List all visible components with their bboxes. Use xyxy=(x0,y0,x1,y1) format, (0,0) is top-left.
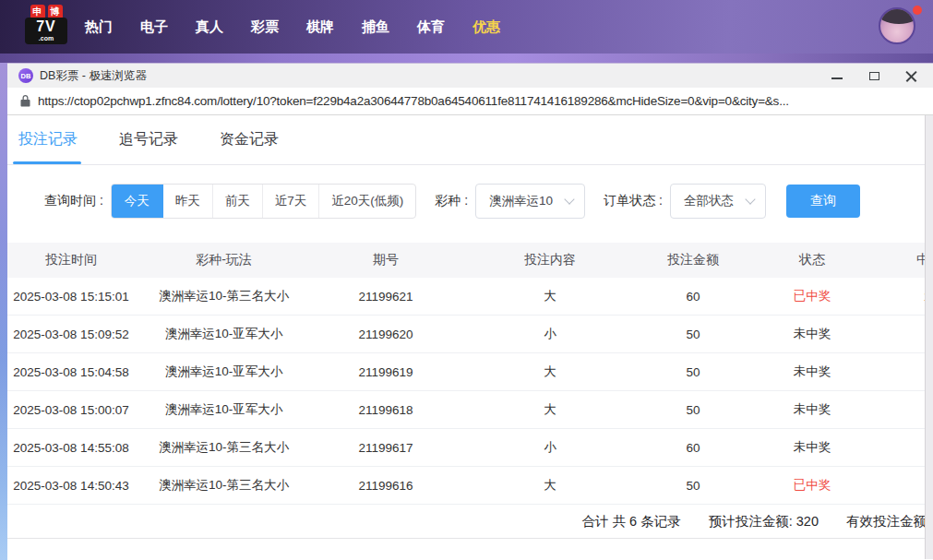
col-game-play: 彩种-玩法 xyxy=(135,252,313,268)
cell-status: 已中奖 xyxy=(745,477,879,494)
nav-item-slots[interactable]: 电子 xyxy=(140,18,168,36)
nav-item-promo[interactable]: 优惠 xyxy=(472,18,500,36)
cell-game-play: 澳洲幸运10-第三名大小 xyxy=(135,477,313,494)
tab-chase-records[interactable]: 追号记录 xyxy=(119,130,178,149)
cell-game-play: 澳洲幸运10-亚军大小 xyxy=(135,363,313,380)
cell-bet-time: 2025-03-08 15:15:01 xyxy=(7,290,135,304)
cell-status: 已中奖 xyxy=(745,288,879,304)
chevron-down-icon xyxy=(745,194,755,204)
cell-bet-content: 小 xyxy=(459,326,641,342)
table-row[interactable]: 2025-03-08 15:09:52 澳洲幸运10-亚军大小 21199620… xyxy=(7,316,933,353)
time-option-daybefore[interactable]: 前天 xyxy=(212,185,262,218)
address-bar[interactable]: https://ctop02pchwp1.zfnc84.com/lottery/… xyxy=(7,88,933,115)
page-background-band xyxy=(0,54,933,63)
col-issue: 期号 xyxy=(313,252,459,268)
cell-status: 未中奖 xyxy=(745,326,879,342)
site-top-nav: 申 博 7V .com 热门 电子 真人 彩票 棋牌 捕鱼 体育 优惠 xyxy=(0,0,933,54)
cell-bet-time: 2025-03-08 14:50:43 xyxy=(7,479,135,493)
cell-bet-amount: 60 xyxy=(641,441,745,455)
page-background-strip xyxy=(0,63,7,560)
cell-bet-amount: 50 xyxy=(641,403,745,417)
cell-bet-time: 2025-03-08 15:09:52 xyxy=(7,328,135,341)
cell-bet-time: 2025-03-08 15:00:07 xyxy=(7,403,135,417)
logo-main-text: 7V xyxy=(25,19,67,34)
active-tab-underline xyxy=(13,161,81,164)
page-content: 投注记录 追号记录 资金记录 查询时间 : 今天 昨天 前天 近7天 近20天(… xyxy=(7,115,933,559)
logo-suffix-text: .com xyxy=(25,35,67,42)
table-row[interactable]: 2025-03-08 15:15:01 澳洲幸运10-第三名大小 2119962… xyxy=(7,278,933,316)
cell-bet-amount: 60 xyxy=(641,290,745,304)
cell-bet-content: 大 xyxy=(459,401,641,418)
cell-bet-content: 大 xyxy=(459,363,641,380)
footer-valid-bet: 有效投注金额: xyxy=(846,513,930,530)
maximize-button[interactable] xyxy=(855,64,892,89)
nav-item-cards[interactable]: 棋牌 xyxy=(306,18,334,36)
cell-bet-content: 小 xyxy=(459,439,641,456)
cell-issue: 21199620 xyxy=(313,328,459,341)
table-row[interactable]: 2025-03-08 14:50:43 澳洲幸运10-第三名大小 2119961… xyxy=(7,467,933,505)
avatar-hair xyxy=(879,7,915,24)
col-bet-amount: 投注金额 xyxy=(641,252,745,268)
user-avatar[interactable] xyxy=(879,7,915,44)
table-row[interactable]: 2025-03-08 15:04:58 澳洲幸运10-亚军大小 21199619… xyxy=(7,353,933,391)
vertical-scrollbar[interactable] xyxy=(925,115,933,559)
maximize-icon xyxy=(869,72,879,80)
time-option-today[interactable]: 今天 xyxy=(111,184,163,219)
minimize-button[interactable] xyxy=(819,64,855,89)
time-option-yesterday[interactable]: 昨天 xyxy=(163,185,212,218)
cell-issue: 21199617 xyxy=(313,441,459,455)
lottery-select-value: 澳洲幸运10 xyxy=(489,193,553,209)
cell-game-play: 澳洲幸运10-第三名大小 xyxy=(135,439,313,456)
cell-bet-amount: 50 xyxy=(641,365,745,379)
nav-item-fishing[interactable]: 捕鱼 xyxy=(362,18,389,36)
cell-status: 未中奖 xyxy=(745,401,879,418)
col-bet-content: 投注内容 xyxy=(459,252,641,268)
tab-fund-records[interactable]: 资金记录 xyxy=(220,130,279,149)
time-range-group: 今天 昨天 前天 近7天 近20天(低频) xyxy=(111,184,417,219)
time-option-7days[interactable]: 近7天 xyxy=(262,185,319,218)
cell-issue: 21199619 xyxy=(313,365,459,379)
cell-bet-amount: 50 xyxy=(641,328,745,341)
col-bet-time: 投注时间 xyxy=(7,252,135,268)
nav-item-live[interactable]: 真人 xyxy=(196,18,223,36)
cell-bet-content: 大 xyxy=(459,477,641,494)
cell-bet-time: 2025-03-08 15:04:58 xyxy=(7,365,135,379)
filter-bar: 查询时间 : 今天 昨天 前天 近7天 近20天(低频) 彩种 : 澳洲幸运10… xyxy=(7,184,933,219)
table-row[interactable]: 2025-03-08 15:00:07 澳洲幸运10-亚军大小 21199618… xyxy=(7,391,933,429)
logo-box: 7V .com xyxy=(25,18,67,44)
table-header: 投注时间 彩种-玩法 期号 投注内容 投注金额 状态 中奖金额 xyxy=(7,243,933,278)
url-text[interactable]: https://ctop02pchwp1.zfnc84.com/lottery/… xyxy=(38,94,789,108)
cell-bet-time: 2025-03-08 14:55:08 xyxy=(7,441,135,455)
table-body: 2025-03-08 15:15:01 澳洲幸运10-第三名大小 2119962… xyxy=(7,278,933,505)
lock-icon xyxy=(20,95,30,107)
cell-game-play: 澳洲幸运10-亚军大小 xyxy=(135,401,313,418)
site-logo[interactable]: 申 博 7V .com xyxy=(24,5,68,44)
time-filter-label: 查询时间 : xyxy=(44,193,103,209)
table-footer: 合计 共 6 条记录 预计投注金额: 320 有效投注金额: xyxy=(7,505,933,539)
status-filter-label: 订单状态 : xyxy=(604,193,663,209)
footer-expected-bet: 预计投注金额: 320 xyxy=(709,513,819,530)
screen: 申 博 7V .com 热门 电子 真人 彩票 棋牌 捕鱼 体育 优惠 DB xyxy=(0,0,933,560)
cell-issue: 21199616 xyxy=(313,479,459,493)
minimize-icon xyxy=(831,77,843,79)
cell-issue: 21199618 xyxy=(313,403,459,417)
bet-records-table: 投注时间 彩种-玩法 期号 投注内容 投注金额 状态 中奖金额 2025-03-… xyxy=(7,243,933,539)
browser-titlebar[interactable]: DB DB彩票 - 极速浏览器 xyxy=(7,63,933,88)
table-row[interactable]: 2025-03-08 14:55:08 澳洲幸运10-第三名大小 2119961… xyxy=(7,429,933,467)
lottery-select[interactable]: 澳洲幸运10 xyxy=(475,184,585,219)
browser-window: DB DB彩票 - 极速浏览器 https://ctop02pchwp1.zfn… xyxy=(7,63,933,560)
close-button[interactable] xyxy=(892,64,929,89)
tab-bet-records[interactable]: 投注记录 xyxy=(18,130,78,149)
lottery-filter-label: 彩种 : xyxy=(435,193,468,209)
notification-dot xyxy=(913,6,922,15)
search-button[interactable]: 查询 xyxy=(786,185,860,218)
nav-item-hot[interactable]: 热门 xyxy=(85,18,113,36)
site-nav-items: 热门 电子 真人 彩票 棋牌 捕鱼 体育 优惠 xyxy=(85,0,500,54)
nav-item-lottery[interactable]: 彩票 xyxy=(251,18,279,36)
order-status-value: 全部状态 xyxy=(684,193,734,209)
record-tabs: 投注记录 追号记录 资金记录 xyxy=(7,115,933,165)
nav-item-sports[interactable]: 体育 xyxy=(417,18,445,36)
time-option-20days[interactable]: 近20天(低频) xyxy=(318,185,415,218)
cell-issue: 21199621 xyxy=(313,290,459,304)
order-status-select[interactable]: 全部状态 xyxy=(670,184,766,219)
